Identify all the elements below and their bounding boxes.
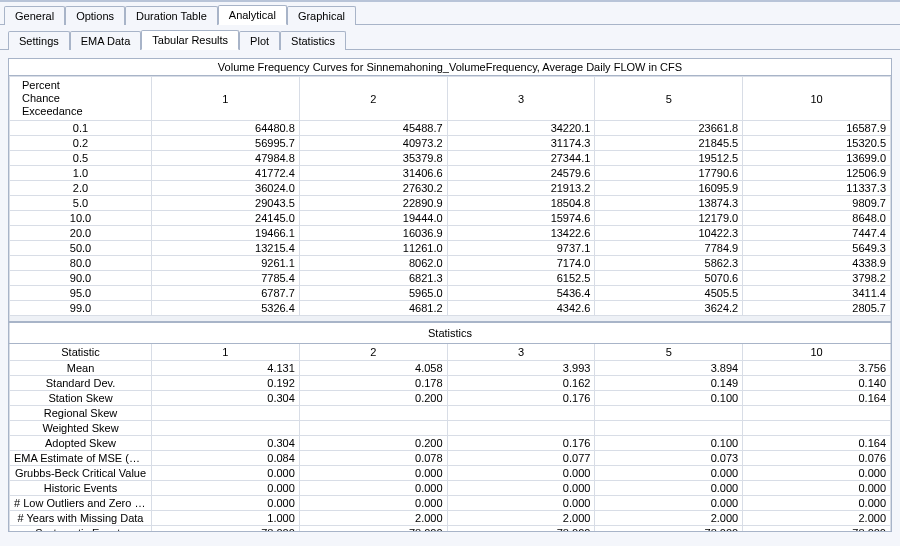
- freq-value[interactable]: 5070.6: [595, 271, 743, 286]
- subtab-tabular-results[interactable]: Tabular Results: [141, 30, 239, 50]
- freq-value[interactable]: 64480.8: [152, 121, 300, 136]
- freq-value[interactable]: 3411.4: [743, 286, 891, 301]
- freq-value[interactable]: 24579.6: [447, 166, 595, 181]
- stat-value[interactable]: [595, 420, 743, 435]
- freq-value[interactable]: 16095.9: [595, 181, 743, 196]
- freq-value[interactable]: 7785.4: [152, 271, 300, 286]
- freq-value[interactable]: 31174.3: [447, 136, 595, 151]
- freq-label[interactable]: 80.0: [10, 256, 152, 271]
- freq-value[interactable]: 21913.2: [447, 181, 595, 196]
- stat-label[interactable]: Station Skew: [10, 390, 152, 405]
- stat-value[interactable]: [152, 405, 300, 420]
- freq-value[interactable]: 6787.7: [152, 286, 300, 301]
- freq-value[interactable]: 24145.0: [152, 211, 300, 226]
- freq-value[interactable]: 23661.8: [595, 121, 743, 136]
- stat-value[interactable]: 0.162: [447, 375, 595, 390]
- stat-value[interactable]: 78.000: [299, 525, 447, 532]
- freq-value[interactable]: 19444.0: [299, 211, 447, 226]
- stat-value[interactable]: 0.304: [152, 435, 300, 450]
- freq-value[interactable]: 9809.7: [743, 196, 891, 211]
- freq-value[interactable]: 2805.7: [743, 301, 891, 316]
- freq-label[interactable]: 5.0: [10, 196, 152, 211]
- freq-value[interactable]: 4505.5: [595, 286, 743, 301]
- stat-value[interactable]: 3.756: [743, 360, 891, 375]
- col-header-2[interactable]: 2: [299, 77, 447, 121]
- stat-value[interactable]: [743, 405, 891, 420]
- freq-value[interactable]: 19466.1: [152, 226, 300, 241]
- freq-value[interactable]: 9261.1: [152, 256, 300, 271]
- stat-value[interactable]: 0.000: [595, 495, 743, 510]
- stat-value[interactable]: 78.000: [152, 525, 300, 532]
- col-header-10[interactable]: 10: [743, 77, 891, 121]
- tab-graphical[interactable]: Graphical: [287, 6, 356, 25]
- freq-value[interactable]: 13699.0: [743, 151, 891, 166]
- col-header-statistic[interactable]: Statistic: [10, 343, 152, 360]
- freq-label[interactable]: 2.0: [10, 181, 152, 196]
- stat-value[interactable]: [299, 420, 447, 435]
- stat-label[interactable]: # Years with Missing Data: [10, 510, 152, 525]
- stat-value[interactable]: 0.176: [447, 390, 595, 405]
- col-header-1[interactable]: 1: [152, 77, 300, 121]
- freq-label[interactable]: 90.0: [10, 271, 152, 286]
- freq-label[interactable]: 50.0: [10, 241, 152, 256]
- stat-value[interactable]: 2.000: [743, 510, 891, 525]
- stat-value[interactable]: [447, 405, 595, 420]
- stat-label[interactable]: Standard Dev.: [10, 375, 152, 390]
- stat-value[interactable]: 0.100: [595, 390, 743, 405]
- stat-value[interactable]: 3.993: [447, 360, 595, 375]
- freq-value[interactable]: 22890.9: [299, 196, 447, 211]
- stat-value[interactable]: 0.200: [299, 435, 447, 450]
- freq-label[interactable]: 95.0: [10, 286, 152, 301]
- col-header-3[interactable]: 3: [447, 77, 595, 121]
- stat-value[interactable]: 0.000: [152, 480, 300, 495]
- stat-label[interactable]: Adopted Skew: [10, 435, 152, 450]
- freq-value[interactable]: 19512.5: [595, 151, 743, 166]
- stat-value[interactable]: 78.000: [595, 525, 743, 532]
- stat-label[interactable]: Grubbs-Beck Critical Value: [10, 465, 152, 480]
- stat-value[interactable]: 0.000: [447, 480, 595, 495]
- stat-value[interactable]: 78.000: [743, 525, 891, 532]
- freq-value[interactable]: 41772.4: [152, 166, 300, 181]
- stat-value[interactable]: 3.894: [595, 360, 743, 375]
- freq-value[interactable]: 36024.0: [152, 181, 300, 196]
- freq-label[interactable]: 0.5: [10, 151, 152, 166]
- freq-value[interactable]: 17790.6: [595, 166, 743, 181]
- stat-value[interactable]: 0.078: [299, 450, 447, 465]
- stat-value[interactable]: 0.076: [743, 450, 891, 465]
- freq-value[interactable]: 16036.9: [299, 226, 447, 241]
- stat-value[interactable]: [743, 420, 891, 435]
- stats-col-header-5[interactable]: 5: [595, 343, 743, 360]
- freq-label[interactable]: 1.0: [10, 166, 152, 181]
- freq-value[interactable]: 21845.5: [595, 136, 743, 151]
- stat-value[interactable]: 0.164: [743, 435, 891, 450]
- freq-value[interactable]: 13215.4: [152, 241, 300, 256]
- col-header-5[interactable]: 5: [595, 77, 743, 121]
- stat-value[interactable]: 0.000: [595, 480, 743, 495]
- stat-value[interactable]: 0.000: [447, 465, 595, 480]
- col-header-percent-chance-exceedance[interactable]: PercentChanceExceedance: [10, 77, 152, 121]
- stat-value[interactable]: 0.140: [743, 375, 891, 390]
- stat-value[interactable]: 2.000: [299, 510, 447, 525]
- freq-value[interactable]: 11337.3: [743, 181, 891, 196]
- stat-value[interactable]: 4.131: [152, 360, 300, 375]
- stat-value[interactable]: 1.000: [152, 510, 300, 525]
- stat-value[interactable]: 0.000: [447, 495, 595, 510]
- stat-value[interactable]: 0.077: [447, 450, 595, 465]
- stat-value[interactable]: 0.000: [299, 480, 447, 495]
- freq-value[interactable]: 8062.0: [299, 256, 447, 271]
- stat-value[interactable]: 0.178: [299, 375, 447, 390]
- freq-value[interactable]: 15320.5: [743, 136, 891, 151]
- freq-value[interactable]: 13422.6: [447, 226, 595, 241]
- stat-value[interactable]: 0.000: [152, 495, 300, 510]
- freq-value[interactable]: 4681.2: [299, 301, 447, 316]
- freq-value[interactable]: 9737.1: [447, 241, 595, 256]
- freq-value[interactable]: 7447.4: [743, 226, 891, 241]
- stat-value[interactable]: 0.000: [595, 465, 743, 480]
- freq-value[interactable]: 27344.1: [447, 151, 595, 166]
- stat-value[interactable]: 4.058: [299, 360, 447, 375]
- subtab-ema-data[interactable]: EMA Data: [70, 31, 142, 50]
- subtab-plot[interactable]: Plot: [239, 31, 280, 50]
- stat-value[interactable]: 0.000: [299, 465, 447, 480]
- stat-label[interactable]: Systematic Events: [10, 525, 152, 532]
- freq-value[interactable]: 47984.8: [152, 151, 300, 166]
